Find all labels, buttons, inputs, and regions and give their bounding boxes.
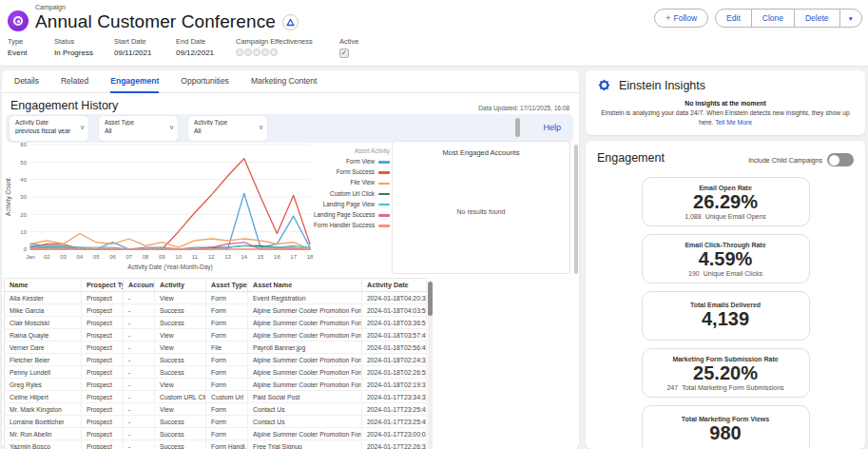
- column-header-activity-date[interactable]: Activity Date: [362, 279, 427, 292]
- table-cell: Success: [155, 440, 206, 449]
- tab-bar: DetailsRelatedEngagementOpportunitiesMar…: [2, 70, 579, 93]
- more-actions-button[interactable]: ▼: [839, 9, 862, 28]
- table-cell: Lorraine Boetticher: [5, 416, 82, 428]
- field-type: TypeEvent: [8, 37, 54, 58]
- metric-unit: Unique Email Opens: [705, 213, 766, 220]
- table-row: Mr. Mark KingstonProspect-ViewFormContac…: [5, 403, 427, 416]
- metric-count: 1,088: [685, 213, 702, 220]
- tab-related[interactable]: Related: [61, 70, 88, 93]
- table-cell: Form: [206, 304, 248, 317]
- einstein-empty-body: Einstein is analyzing your data 24/7. Wh…: [601, 108, 850, 127]
- edit-button[interactable]: Edit: [715, 9, 752, 28]
- metric-unit: Unique Email Clicks: [704, 270, 762, 277]
- action-button-group: Edit Clone Delete ▼: [715, 9, 862, 28]
- legend-entry-form-success: Form Success: [314, 166, 390, 177]
- column-header-asset-name[interactable]: Asset Name: [248, 279, 362, 292]
- table-cell: View: [155, 329, 206, 342]
- chevron-down-icon: ∨: [80, 124, 85, 131]
- table-cell: -: [124, 428, 155, 440]
- column-header-name[interactable]: Name: [5, 279, 82, 292]
- table-cell: Paid Social Post: [248, 391, 362, 403]
- table-cell: Contact Us: [248, 416, 362, 428]
- svg-text:02: 02: [44, 254, 50, 260]
- tab-engagement[interactable]: Engagement: [110, 70, 159, 93]
- legend-swatch: [378, 171, 390, 173]
- table-cell: Clair Mosciski: [5, 317, 82, 329]
- filter-bar-scrollbar[interactable]: [515, 118, 520, 137]
- table-cell: Prospect: [82, 329, 124, 342]
- agentforce-badge[interactable]: [282, 14, 299, 30]
- field-value: 09/11/2021: [114, 49, 176, 57]
- active-checkbox[interactable]: ✓: [339, 49, 349, 58]
- svg-text:16: 16: [274, 254, 280, 260]
- svg-text:06: 06: [109, 254, 116, 260]
- delete-button[interactable]: Delete: [794, 9, 840, 28]
- column-header-prospect-type[interactable]: Prospect Type: [82, 279, 124, 292]
- legend-label: Landing Page Success: [314, 211, 375, 218]
- table-cell: 2024-01-17T22:26:32Z: [362, 440, 427, 449]
- chevron-down-icon: ∨: [169, 124, 174, 131]
- svg-text:Jan: Jan: [26, 254, 35, 260]
- follow-button[interactable]: + Follow: [654, 9, 708, 28]
- svg-text:12: 12: [208, 254, 215, 260]
- table-cell: Alpine Summer Cooler Promotion Form: [248, 304, 362, 317]
- metric-card-list: Email Open Rate26.29%1,088Unique Email O…: [586, 177, 865, 449]
- table-cell: View: [155, 342, 206, 354]
- einstein-icon: [597, 78, 611, 92]
- field-label: Type: [8, 37, 54, 46]
- plus-icon: +: [665, 13, 670, 23]
- clone-button[interactable]: Clone: [751, 9, 795, 28]
- table-row: Yazmin BoscoProspect-SuccessForm Handl…F…: [5, 440, 427, 449]
- filter-activity-date[interactable]: Activity Dateprevious fiscal year∨: [10, 116, 88, 141]
- tab-opportunities[interactable]: Opportunities: [181, 70, 229, 93]
- help-link[interactable]: Help: [543, 123, 561, 132]
- svg-text:60: 60: [20, 143, 27, 147]
- metric-title: Email Click-Through Rate: [685, 242, 765, 248]
- table-cell: View: [155, 403, 206, 416]
- include-child-campaigns-toggle[interactable]: [827, 153, 854, 166]
- table-scrollbar-thumb[interactable]: [428, 282, 433, 316]
- card-scrollbar[interactable]: [574, 145, 578, 274]
- column-header-asset-type[interactable]: Asset Type: [206, 279, 248, 292]
- svg-text:17: 17: [290, 254, 297, 260]
- table-cell: Alpine Summer Cooler Promotion Form: [248, 329, 362, 342]
- einstein-insights-title: Einstein Insights: [619, 79, 705, 92]
- filter-asset-type[interactable]: Asset TypeAll∨: [99, 116, 178, 141]
- table-cell: 2024-01-18T02:24:31Z: [362, 354, 427, 366]
- engagement-tab-card: DetailsRelatedEngagementOpportunitiesMar…: [2, 70, 579, 449]
- table-row: Clair MosciskiProspect-SuccessFormAlpine…: [5, 317, 427, 329]
- agentforce-icon: [286, 18, 295, 27]
- legend-title: Asset Activity: [314, 146, 390, 156]
- svg-text:07: 07: [125, 254, 132, 260]
- metric-card-email-click-through-rate: Email Click-Through Rate4.59%190Unique E…: [642, 234, 810, 283]
- filter-activity-type[interactable]: Activity TypeAll∨: [188, 116, 267, 141]
- tab-marketing-content[interactable]: Marketing Content: [251, 70, 317, 93]
- table-cell: Prospect: [82, 304, 124, 317]
- tell-me-more-link[interactable]: Tell Me More: [715, 119, 752, 126]
- table-cell: Contact Us: [248, 403, 362, 416]
- filter-bar: Activity Dateprevious fiscal year∨Asset …: [6, 114, 573, 143]
- table-row: Fletcher BeierProspect-SuccessFormAlpine…: [5, 354, 427, 366]
- field-campaign-effectiveness: Campaign Effectiveness: [236, 37, 339, 58]
- field-label: Status: [54, 37, 114, 46]
- legend-label: Landing Page View: [323, 201, 375, 207]
- svg-text:13: 13: [224, 254, 231, 260]
- no-results-text: No results found: [393, 208, 569, 215]
- svg-text:Activity Count: Activity Count: [5, 178, 12, 216]
- svg-text:0: 0: [24, 246, 28, 252]
- table-cell: Fletcher Beier: [5, 354, 82, 366]
- table-cell: 2024-01-18T02:26:58Z: [362, 366, 427, 379]
- column-header-account[interactable]: Account: [124, 279, 155, 292]
- table-row: Raina QuayleProspect-ViewFormAlpine Summ…: [5, 329, 427, 342]
- engagement-panel-title: Engagement: [597, 151, 665, 165]
- highlight-fields: TypeEventStatusIn ProgressStart Date09/1…: [8, 37, 387, 58]
- table-cell: Form Handl…: [206, 440, 248, 449]
- column-header-activity[interactable]: Activity: [155, 279, 206, 292]
- table-cell: -: [124, 342, 155, 354]
- table-row: Greg RylesProspect-ViewFormAlpine Summer…: [5, 379, 427, 391]
- metric-title: Email Open Rate: [699, 185, 752, 191]
- tab-details[interactable]: Details: [14, 70, 39, 93]
- table-scrollbar[interactable]: [428, 280, 433, 449]
- table-cell: Alpine Summer Cooler Promotion Form: [248, 354, 362, 366]
- engagement-history-chart: 0102030405060Jan020304050607080910111213…: [4, 143, 322, 276]
